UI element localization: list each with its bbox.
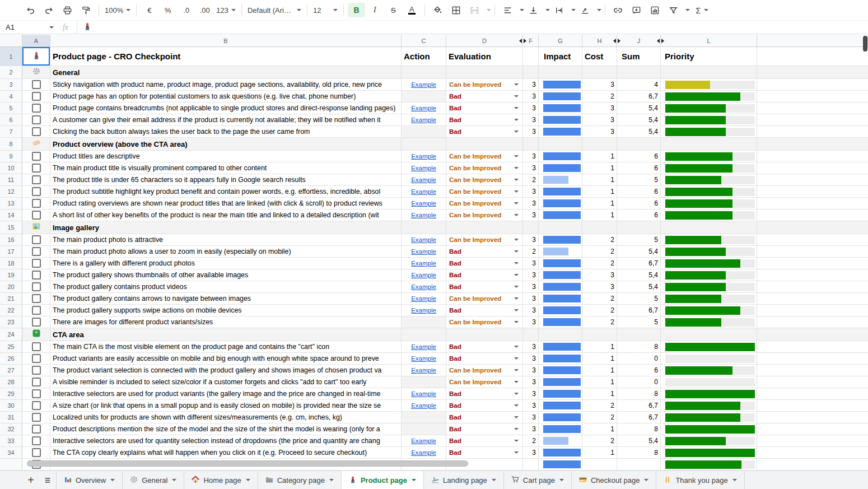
evaluation-dropdown-icon[interactable] xyxy=(514,155,519,157)
checkbox[interactable] xyxy=(32,425,41,434)
checkbox[interactable] xyxy=(32,271,41,280)
checkbox-cell[interactable] xyxy=(22,198,50,209)
cost-cell[interactable]: 2 xyxy=(582,91,617,103)
description-cell[interactable]: The main product title is visually promi… xyxy=(50,162,402,174)
row-header-10[interactable]: 10 xyxy=(0,162,22,174)
sum-cell[interactable]: 5 xyxy=(617,234,661,246)
sum-cell[interactable]: 6,7 xyxy=(617,305,661,316)
evaluation-dropdown-icon[interactable] xyxy=(514,239,519,241)
vertical-scrollbar[interactable] xyxy=(863,36,867,52)
insert-link-icon[interactable] xyxy=(609,3,627,17)
example-link[interactable]: Example xyxy=(402,176,446,183)
hidden-column-indicator-icon[interactable] xyxy=(661,39,664,43)
impact-number-cell[interactable]: 3 xyxy=(523,293,539,305)
checkbox[interactable] xyxy=(32,294,41,303)
row-header-4[interactable]: 4 xyxy=(0,91,22,103)
tab-menu-caret-icon[interactable] xyxy=(172,479,176,481)
impact-number-cell[interactable] xyxy=(523,66,539,79)
impact-number-cell[interactable]: 3 xyxy=(523,162,539,174)
priority-cell[interactable] xyxy=(661,316,757,328)
sum-cell[interactable]: 6 xyxy=(617,209,661,221)
impact-bar-cell[interactable] xyxy=(539,246,582,258)
tab-home-page[interactable]: Home page xyxy=(184,471,258,489)
description-cell[interactable]: Product titles are descriptive xyxy=(50,151,402,162)
sum-cell[interactable]: 4 xyxy=(617,79,661,91)
impact-number-cell[interactable]: 3 xyxy=(523,316,539,328)
impact-bar-cell[interactable] xyxy=(539,114,582,126)
priority-cell[interactable] xyxy=(661,258,757,269)
description-cell[interactable]: Product rating overviews are shown near … xyxy=(50,198,402,209)
example-link[interactable]: Example xyxy=(402,402,446,409)
insert-comment-icon[interactable] xyxy=(628,3,645,17)
evaluation-dropdown-icon[interactable] xyxy=(514,131,519,133)
cost-cell[interactable]: 1 xyxy=(582,186,617,198)
evaluation-cell[interactable]: Bad xyxy=(446,447,523,459)
description-cell[interactable]: The product subtitle highlight key produ… xyxy=(50,186,402,198)
cost-cell[interactable]: 3 xyxy=(582,269,617,281)
impact-number-cell[interactable]: 3 xyxy=(523,186,539,198)
evaluation-dropdown-icon[interactable] xyxy=(514,346,519,348)
sum-header-cell[interactable]: Sum xyxy=(617,47,661,66)
evaluation-cell[interactable]: Bad xyxy=(446,353,523,365)
priority-cell[interactable] xyxy=(661,209,757,221)
decrease-decimals-button[interactable]: .0 xyxy=(178,3,195,17)
priority-cell[interactable] xyxy=(661,114,757,126)
priority-cell[interactable] xyxy=(661,103,757,114)
fill-color-icon[interactable] xyxy=(429,3,446,17)
sum-cell[interactable]: 6,7 xyxy=(617,400,661,412)
column-header-C[interactable]: C xyxy=(402,35,446,47)
priority-cell[interactable] xyxy=(661,221,757,234)
bold-button[interactable]: B xyxy=(348,3,365,17)
priority-cell[interactable] xyxy=(661,151,757,162)
checkbox[interactable] xyxy=(32,199,41,208)
impact-bar-cell[interactable] xyxy=(539,258,582,269)
impact-bar-cell[interactable] xyxy=(539,234,582,246)
name-box[interactable]: A1 xyxy=(0,23,54,31)
checkbox-cell[interactable] xyxy=(22,246,50,258)
action-cell[interactable]: Example xyxy=(402,114,446,126)
priority-cell[interactable] xyxy=(661,328,757,341)
action-cell[interactable] xyxy=(402,412,446,423)
row-header-20[interactable]: 20 xyxy=(0,281,22,293)
action-cell[interactable]: Example xyxy=(402,162,446,174)
evaluation-cell[interactable]: Can be Improved xyxy=(446,365,523,376)
sheet-title-cell[interactable]: Product page - CRO Checkpoint xyxy=(50,47,402,66)
checkbox-cell[interactable] xyxy=(22,126,50,138)
cost-cell[interactable]: 2 xyxy=(582,412,617,423)
text-color-button[interactable]: A xyxy=(403,3,421,17)
checkbox[interactable] xyxy=(32,354,41,363)
evaluation-cell[interactable]: Can be Improved xyxy=(446,174,523,186)
example-link[interactable]: Example xyxy=(402,367,446,374)
impact-number-cell[interactable] xyxy=(523,138,539,151)
sum-cell[interactable]: 0 xyxy=(617,376,661,388)
tab-menu-caret-icon[interactable] xyxy=(246,479,250,481)
sum-cell[interactable]: 5 xyxy=(617,316,661,328)
impact-number-cell[interactable]: 2 xyxy=(523,174,539,186)
cost-cell[interactable] xyxy=(582,138,617,151)
checkbox-cell[interactable] xyxy=(22,151,50,162)
tab-menu-caret-icon[interactable] xyxy=(732,479,737,481)
evaluation-cell[interactable]: Can be Improved xyxy=(446,186,523,198)
description-cell[interactable]: The main product photo is attractive xyxy=(50,234,402,246)
evaluation-cell[interactable]: Bad xyxy=(446,388,523,400)
evaluation-cell[interactable] xyxy=(446,328,523,341)
sum-cell[interactable]: 5,4 xyxy=(617,246,661,258)
checkbox[interactable] xyxy=(32,318,41,327)
cost-cell[interactable]: 1 xyxy=(582,341,617,353)
description-cell[interactable]: A visible reminder is included to select… xyxy=(50,376,402,388)
row-header-27[interactable]: 27 xyxy=(0,365,22,376)
impact-number-cell[interactable]: 3 xyxy=(523,365,539,376)
evaluation-cell[interactable]: Bad xyxy=(446,258,523,269)
action-cell[interactable]: Example xyxy=(402,365,446,376)
priority-cell[interactable] xyxy=(661,91,757,103)
sum-cell[interactable]: 6,7 xyxy=(617,91,661,103)
evaluation-cell[interactable]: Can be Improved xyxy=(446,151,523,162)
evaluation-dropdown-icon[interactable] xyxy=(514,309,519,311)
impact-bar-cell[interactable] xyxy=(539,388,582,400)
tab-product-page[interactable]: Product page xyxy=(342,471,424,489)
evaluation-dropdown-icon[interactable] xyxy=(514,321,519,323)
impact-bar-cell[interactable] xyxy=(539,281,582,293)
sum-cell[interactable] xyxy=(617,221,661,234)
horizontal-align-icon[interactable] xyxy=(499,3,516,17)
row-header-19[interactable]: 19 xyxy=(0,269,22,281)
